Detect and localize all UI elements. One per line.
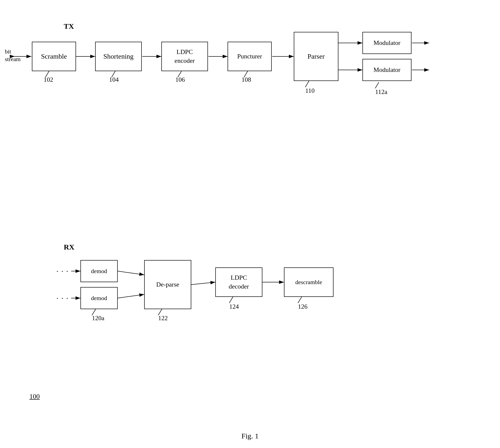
bit-stream-label: bitstream	[5, 48, 21, 63]
ldpc-encoder-ref: 106	[175, 76, 185, 83]
dots1: · · ·	[56, 267, 69, 276]
svg-line-19	[118, 271, 144, 275]
tx-label: TX	[64, 22, 74, 31]
demod1-block: demod	[80, 260, 118, 282]
scramble-block: Scramble	[32, 42, 76, 71]
descramble-label: descramble	[295, 279, 322, 286]
scramble-label: Scramble	[41, 52, 67, 60]
shortening-block: Shortening	[95, 42, 142, 71]
descramble-ref: 126	[298, 303, 308, 310]
rx-label: RX	[64, 243, 74, 251]
ref-100: 100	[30, 393, 40, 400]
shortening-ref: 104	[109, 76, 119, 83]
modulator2-label: Modulator	[374, 66, 400, 74]
deparse-block: De-parse	[144, 260, 191, 309]
parser-block: Parser	[294, 32, 338, 81]
scramble-ref: 102	[44, 76, 53, 83]
demod-ref: 120a	[92, 315, 105, 322]
deparse-label: De-parse	[156, 281, 179, 288]
ldpc-encoder-label: LDPCencoder	[175, 48, 195, 65]
svg-line-20	[118, 294, 144, 298]
ldpc-encoder-block: LDPCencoder	[161, 42, 208, 71]
puncturer-label: Puncturer	[237, 53, 262, 60]
svg-line-15	[305, 81, 309, 87]
ldpc-decoder-ref: 124	[229, 303, 239, 310]
parser-label: Parser	[308, 52, 325, 60]
parser-ref: 110	[305, 87, 315, 95]
shortening-label: Shortening	[104, 52, 134, 60]
demod1-label: demod	[91, 268, 107, 274]
deparse-ref: 122	[158, 315, 168, 322]
modulator2-block: Modulator	[362, 59, 411, 81]
puncturer-ref: 108	[242, 76, 251, 83]
ldpc-decoder-label: LDPCdecoder	[229, 273, 249, 291]
svg-line-26	[298, 297, 302, 303]
descramble-block: descramble	[284, 267, 333, 297]
svg-line-16	[375, 82, 379, 88]
modulator1-block: Modulator	[362, 32, 411, 54]
svg-line-25	[229, 297, 233, 303]
svg-line-21	[191, 282, 215, 285]
fig-label: Fig. 1	[241, 432, 258, 440]
modulator1-label: Modulator	[374, 39, 400, 47]
ldpc-decoder-block: LDPCdecoder	[215, 267, 262, 297]
modulator-ref: 112a	[375, 88, 388, 96]
dots2: · · ·	[56, 294, 69, 303]
demod2-label: demod	[91, 295, 107, 302]
puncturer-block: Puncturer	[228, 42, 272, 71]
demod2-block: demod	[80, 287, 118, 309]
